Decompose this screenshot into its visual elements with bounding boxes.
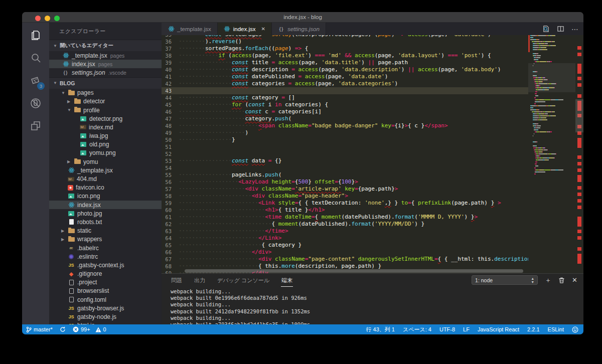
- line-number: 47: [162, 115, 179, 122]
- error-mark: [577, 260, 581, 264]
- tree-item[interactable]: _template.jsx: [49, 166, 162, 174]
- tree-item[interactable]: ▼profile: [49, 106, 162, 114]
- tree-item[interactable]: ▼pages: [49, 89, 162, 97]
- tree-item[interactable]: yomu.png: [49, 149, 162, 157]
- code-editor[interactable]: 35········const sortedPages = sortBy(thi…: [162, 35, 583, 273]
- code-line: 58······················<div className="…: [162, 193, 528, 200]
- open-editor-item[interactable]: {}settings.json.vscode: [49, 68, 162, 77]
- tree-item[interactable]: M↓index.md: [49, 123, 162, 131]
- tree-item[interactable]: browserslist: [49, 287, 162, 295]
- project-header[interactable]: ▼ BLOG: [49, 77, 162, 89]
- tree-item[interactable]: ▶yomu: [49, 157, 162, 166]
- minimap-line: [528, 121, 575, 122]
- code-line: 48························<span classNam…: [162, 122, 528, 129]
- md-icon: M↓: [80, 125, 86, 129]
- open-editor-item[interactable]: _template.jsxpages: [49, 51, 162, 60]
- tree-item[interactable]: ▶detector: [49, 97, 162, 106]
- zoom-window-button[interactable]: [54, 16, 60, 21]
- tree-item[interactable]: JS.gatsby-context.js: [49, 261, 162, 269]
- line-text: ··························<time dateTime…: [179, 214, 478, 221]
- minimap-line: [528, 159, 575, 160]
- panel-tab-item[interactable]: デバッグ コンソール: [217, 275, 270, 286]
- source-control-icon[interactable]: 3: [29, 74, 43, 88]
- tree-item[interactable]: æ.babelrc: [49, 244, 162, 252]
- tree-item-label: .project: [77, 279, 97, 286]
- tree-item[interactable]: M↓404.md: [49, 174, 162, 183]
- problems-indicator[interactable]: 99+ 0: [73, 326, 106, 332]
- tree-item[interactable]: iwa.jpg: [49, 132, 162, 140]
- code-line: 67························<div className…: [162, 256, 528, 263]
- explorer-icon[interactable]: [29, 29, 43, 43]
- panel-tab-active[interactable]: 端末: [281, 275, 293, 287]
- open-editor-item[interactable]: index.jsxpages: [49, 60, 162, 68]
- encoding-indicator[interactable]: UTF-8: [439, 326, 455, 332]
- tree-item-label: gatsby-browser.js: [77, 305, 124, 312]
- extensions-icon[interactable]: [29, 119, 43, 133]
- linter-status[interactable]: ESLint: [548, 326, 564, 332]
- code-line: 56··················<LazyLoad height={50…: [162, 178, 528, 186]
- react-icon: [168, 26, 175, 32]
- tree-item[interactable]: index.jsx: [49, 201, 162, 209]
- tree-item[interactable]: ▶wrappers: [49, 235, 162, 244]
- tree-item[interactable]: .project: [49, 278, 162, 287]
- minimap-line: [528, 131, 575, 132]
- tree-item[interactable]: photo.jpg: [49, 209, 162, 218]
- open-editor-label: _template.jsx: [72, 52, 107, 59]
- chevron-right-icon: ▶: [61, 229, 66, 233]
- search-icon[interactable]: [29, 51, 43, 65]
- indentation-indicator[interactable]: スペース: 4: [403, 326, 431, 333]
- close-window-button[interactable]: [35, 16, 41, 21]
- open-preview-icon[interactable]: [542, 25, 550, 33]
- close-tab-icon[interactable]: ✕: [261, 26, 265, 32]
- horizontal-scrollbar[interactable]: [185, 269, 523, 273]
- tree-item[interactable]: old.png: [49, 140, 162, 149]
- code-line: 60··························<h1>{ title …: [162, 207, 528, 214]
- debug-icon[interactable]: [29, 96, 43, 110]
- tree-item[interactable]: config.toml: [49, 295, 162, 304]
- minimap-line: [528, 165, 575, 166]
- tab-index-jsx[interactable]: index.jsx✕: [218, 23, 272, 35]
- terminal-select[interactable]: 1: node ▲▼: [472, 275, 538, 285]
- code-line: 57····················<div className='ar…: [162, 186, 528, 193]
- minimap-line: [528, 93, 575, 94]
- tree-item[interactable]: JSgatsby-browser.js: [49, 304, 162, 312]
- line-number: 42: [162, 80, 179, 87]
- tree-item[interactable]: detector.png: [49, 114, 162, 123]
- eol-indicator[interactable]: LF: [463, 326, 470, 332]
- line-number: 43: [162, 87, 179, 94]
- panel-tab-item[interactable]: 問題: [171, 275, 183, 286]
- line-text: ·························{ category }: [179, 242, 302, 249]
- extension-version[interactable]: 2.2.1: [527, 326, 539, 332]
- tab-_template-jsx[interactable]: _template.jsx: [162, 23, 218, 35]
- language-mode[interactable]: JavaScript React: [478, 326, 519, 332]
- close-panel-button[interactable]: ✕: [572, 276, 577, 284]
- open-editors-header[interactable]: ▼ 開いているエディター: [49, 40, 162, 51]
- tree-item[interactable]: ▶static: [49, 227, 162, 235]
- minimap[interactable]: [528, 35, 575, 273]
- split-editor-icon[interactable]: [557, 25, 564, 33]
- tree-item[interactable]: .eslintrc: [49, 252, 162, 261]
- open-editor-label: settings.json: [72, 69, 105, 76]
- cursor-position[interactable]: 行 43、列 1: [366, 326, 394, 333]
- new-terminal-button[interactable]: ＋: [545, 276, 551, 285]
- feedback-smiley-icon[interactable]: [572, 326, 578, 333]
- error-mark: [577, 193, 581, 196]
- git-branch-indicator[interactable]: master*: [26, 326, 53, 333]
- minimize-window-button[interactable]: [45, 16, 50, 21]
- minimap-line: [528, 171, 575, 172]
- more-actions-icon[interactable]: ⋯: [571, 25, 578, 33]
- tree-item[interactable]: JSgatsby-node.js: [49, 312, 162, 321]
- vertical-scrollbar[interactable]: [575, 99, 583, 132]
- sync-indicator[interactable]: [60, 326, 66, 332]
- tab-settings-json[interactable]: {}settings.json: [272, 23, 326, 35]
- code-line: 44················const category = []: [162, 94, 528, 101]
- tree-item[interactable]: ◆.gitignore: [49, 270, 162, 278]
- tree-item[interactable]: robots.txt: [49, 218, 162, 226]
- minimap-line: [528, 157, 575, 158]
- tree-item[interactable]: icon.png: [49, 192, 162, 201]
- panel-tab-item[interactable]: 出力: [194, 275, 206, 286]
- error-mark: [577, 53, 581, 56]
- kill-terminal-button[interactable]: [558, 277, 565, 284]
- tree-item-label: .gatsby-context.js: [77, 262, 124, 269]
- tree-item[interactable]: ★favicon.ico: [49, 184, 162, 192]
